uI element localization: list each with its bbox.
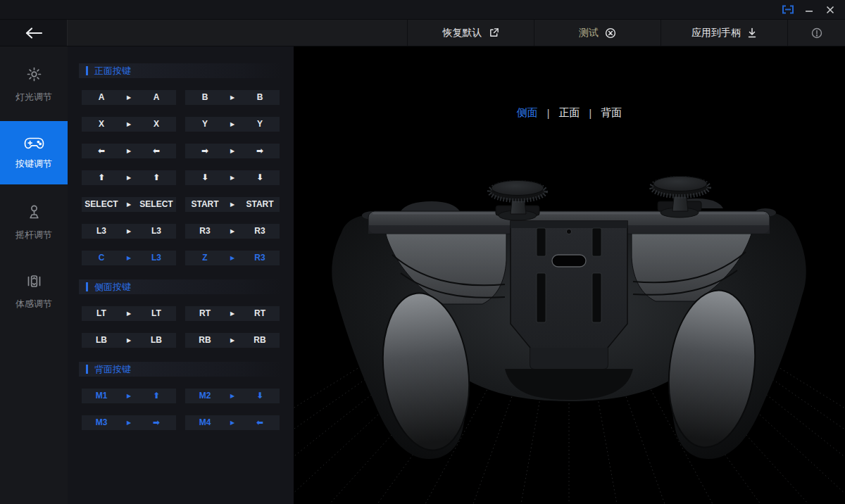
mapping-target: RB (240, 333, 280, 348)
mapping-source: LB (82, 333, 121, 348)
mapping-source: M3 (82, 415, 121, 430)
mapping-row[interactable]: ⬇▶⬇ (185, 170, 280, 185)
sidebar-item-label: 摇杆调节 (15, 229, 52, 241)
mapping-arrow-icon: ▶ (121, 90, 137, 105)
back-button[interactable] (0, 20, 68, 46)
mapping-target: ⬆ (137, 389, 176, 403)
mapping-row[interactable]: B▶B (185, 90, 280, 105)
mapping-row[interactable]: M3▶➡ (82, 415, 176, 430)
mapping-row[interactable]: X▶X (82, 117, 176, 132)
view-tabs: 侧面 | 正面 | 背面 (294, 106, 845, 120)
mapping-target: ➡ (240, 144, 280, 158)
mapping-row[interactable]: L3▶L3 (82, 224, 176, 239)
mapping-arrow-icon: ▶ (121, 224, 137, 239)
mapping-source: L3 (82, 224, 121, 239)
mapping-row[interactable]: ➡▶➡ (185, 144, 280, 158)
minimize-icon (805, 6, 813, 14)
mapping-row[interactable]: ⬆▶⬆ (82, 170, 176, 185)
mapping-arrow-icon: ▶ (225, 90, 240, 105)
close-button[interactable] (820, 1, 841, 18)
mapping-target: Y (240, 117, 280, 132)
mapping-arrow-icon: ▶ (225, 117, 240, 132)
mapping-target: ⬆ (137, 170, 176, 185)
mapping-target: L3 (137, 224, 176, 239)
mapping-arrow-icon: ▶ (121, 415, 137, 430)
mapping-source: M1 (82, 389, 121, 403)
tab-side-view[interactable]: 侧面 (517, 106, 538, 120)
mapping-target: A (137, 90, 176, 105)
mapping-arrow-icon: ▶ (225, 144, 240, 158)
export-icon (489, 27, 499, 38)
mapping-row[interactable]: M2▶⬇ (185, 389, 280, 403)
sidebar-item-joystick[interactable]: 摇杆调节 (0, 190, 68, 253)
mapping-source: START (185, 197, 225, 212)
mapping-source: M4 (185, 415, 225, 430)
mapping-row[interactable]: SELECT▶SELECT (82, 197, 176, 212)
mapping-source: ⬆ (82, 170, 121, 185)
mapping-source: SELECT (82, 197, 121, 212)
app-window: 恢复默认 测试 应用到手柄 (0, 0, 845, 504)
mapping-source: A (82, 90, 121, 105)
mapping-target: ⬅ (137, 144, 176, 158)
mapping-row[interactable]: M1▶⬆ (82, 389, 176, 403)
sidebar-item-label: 体感调节 (15, 298, 52, 310)
mapping-row[interactable]: R3▶R3 (185, 224, 280, 239)
mapping-arrow-icon: ▶ (225, 251, 240, 265)
mapping-row[interactable]: Z▶R3 (185, 251, 280, 265)
mapping-row[interactable]: C▶L3 (82, 251, 176, 265)
apply-label: 应用到手柄 (691, 27, 741, 39)
mapping-source: C (82, 251, 121, 265)
mapping-target: RT (240, 306, 280, 321)
mapping-source: X (82, 117, 121, 132)
section-title: 正面按键 (94, 65, 131, 77)
minimize-button[interactable] (799, 1, 820, 18)
mapping-target: START (240, 197, 280, 212)
info-button[interactable] (787, 20, 845, 46)
mapping-row[interactable]: START▶START (185, 197, 280, 212)
mapping-panel: 正面按键A▶AB▶BX▶XY▶Y⬅▶⬅➡▶➡⬆▶⬆⬇▶⬇SELECT▶SELEC… (68, 46, 294, 504)
mapping-row[interactable]: A▶A (82, 90, 176, 105)
mapping-row[interactable]: RT▶RT (185, 306, 280, 321)
tab-separator: | (589, 108, 592, 119)
mapping-row[interactable]: ⬅▶⬅ (82, 144, 176, 158)
mapping-target: ⬅ (240, 415, 280, 430)
test-button[interactable]: 测试 (534, 20, 661, 46)
section-header: 侧面按键 (79, 279, 282, 294)
mapping-row[interactable]: LT▶LT (82, 306, 176, 321)
mapping-row[interactable]: LB▶LB (82, 333, 176, 348)
mapping-target: R3 (240, 224, 280, 239)
section-accent-bar (86, 66, 88, 75)
mapping-arrow-icon: ▶ (225, 197, 240, 212)
circle-x-icon (605, 27, 616, 39)
mapping-arrow-icon: ▶ (225, 389, 240, 403)
sidebar: 灯光调节 按键调节 摇杆调节 (0, 46, 68, 504)
mapping-target: ⬇ (240, 170, 280, 185)
section-accent-bar (86, 365, 88, 374)
controller-body (332, 177, 806, 460)
mapping-row[interactable]: RB▶RB (185, 333, 280, 348)
tab-back-view[interactable]: 背面 (601, 106, 622, 120)
tab-front-view[interactable]: 正面 (559, 106, 580, 120)
mapping-row[interactable]: M4▶⬅ (185, 415, 280, 430)
mapping-grid: LT▶LTRT▶RTLB▶LBRB▶RB (82, 306, 280, 348)
mapping-arrow-icon: ▶ (121, 389, 137, 403)
mapping-row[interactable]: Y▶Y (185, 117, 280, 132)
gamepad-icon (23, 136, 45, 151)
apply-to-gamepad-button[interactable]: 应用到手柄 (661, 20, 787, 46)
link-status-button[interactable] (777, 1, 799, 18)
joystick-icon (25, 203, 44, 222)
restore-defaults-button[interactable]: 恢复默认 (407, 20, 534, 46)
section-header: 正面按键 (79, 63, 282, 78)
sidebar-item-buttons[interactable]: 按键调节 (0, 121, 68, 184)
sidebar-item-motion[interactable]: 体感调节 (0, 259, 68, 322)
mapping-source: RB (185, 333, 225, 348)
mapping-arrow-icon: ▶ (121, 117, 137, 132)
mapping-arrow-icon: ▶ (225, 415, 240, 430)
mapping-target: B (240, 90, 280, 105)
restore-defaults-label: 恢复默认 (443, 27, 482, 39)
mapping-source: ➡ (185, 144, 225, 158)
section-header: 背面按键 (79, 362, 282, 377)
mapping-source: Y (185, 117, 225, 132)
mapping-target: X (137, 117, 176, 132)
sidebar-item-light[interactable]: 灯光调节 (0, 52, 68, 115)
